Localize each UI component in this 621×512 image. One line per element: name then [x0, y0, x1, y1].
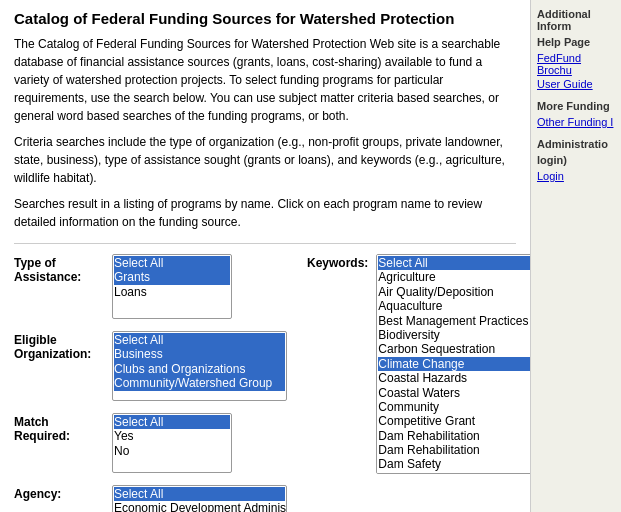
admin-title: Administratio	[537, 138, 615, 150]
user-guide-link[interactable]: User Guide	[537, 78, 615, 90]
option-clubs: Clubs and Organizations	[114, 362, 285, 376]
option-select-all-match: Select All	[114, 415, 230, 429]
sidebar-more-funding: More Funding Other Funding I	[537, 100, 615, 128]
left-form-column: Type of Assistance: Select All Grants Lo…	[14, 254, 287, 512]
help-page-title: Help Page	[537, 36, 615, 48]
option-eda: Economic Development Administration	[114, 501, 285, 512]
eligible-org-row: Eligible Organization: Select All Busine…	[14, 331, 287, 401]
type-of-assistance-select[interactable]: Select All Grants Loans	[112, 254, 232, 319]
fedfund-brochure-link[interactable]: FedFund Brochu	[537, 52, 615, 76]
sidebar-admin: Administratio login) Login	[537, 138, 615, 182]
keywords-column: Keywords: Select All Agriculture Air Qua…	[307, 254, 527, 512]
agency-row: Agency: Select All Economic Development …	[14, 485, 287, 512]
option-community: Community/Watershed Group	[114, 376, 285, 390]
intro-paragraph: The Catalog of Federal Funding Sources f…	[14, 35, 516, 125]
criteria-paragraph: Criteria searches include the type of or…	[14, 133, 516, 187]
sidebar: Additional Inform Help Page FedFund Broc…	[530, 0, 621, 512]
agency-field: Select All Economic Development Administ…	[112, 485, 287, 512]
agency-label: Agency:	[14, 485, 104, 501]
other-funding-link[interactable]: Other Funding I	[537, 116, 615, 128]
sidebar-additional-info: Additional Inform Help Page FedFund Broc…	[537, 8, 615, 90]
search-form: Type of Assistance: Select All Grants Lo…	[14, 254, 516, 512]
eligible-org-field: Select All Business Clubs and Organizati…	[112, 331, 287, 401]
type-of-assistance-row: Type of Assistance: Select All Grants Lo…	[14, 254, 287, 319]
option-select-all-org: Select All	[114, 333, 285, 347]
option-loans: Loans	[114, 285, 230, 299]
option-business: Business	[114, 347, 285, 361]
option-select-all-agency: Select All	[114, 487, 285, 501]
option-no: No	[114, 444, 230, 458]
keywords-row: Keywords: Select All Agriculture Air Qua…	[307, 254, 527, 474]
additional-info-title: Additional Inform	[537, 8, 615, 32]
divider	[14, 243, 516, 244]
eligible-org-select[interactable]: Select All Business Clubs and Organizati…	[112, 331, 287, 401]
option-select-all: Select All	[114, 256, 230, 270]
eligible-org-label: Eligible Organization:	[14, 331, 104, 361]
option-grants: Grants	[114, 270, 230, 284]
page-title: Catalog of Federal Funding Sources for W…	[14, 10, 516, 27]
keywords-label: Keywords:	[307, 254, 368, 270]
match-required-field: Select All Yes No	[112, 413, 287, 473]
login-link[interactable]: Login	[537, 170, 615, 182]
more-funding-title: More Funding	[537, 100, 615, 112]
type-of-assistance-label: Type of Assistance:	[14, 254, 104, 284]
agency-select[interactable]: Select All Economic Development Administ…	[112, 485, 287, 512]
match-required-select[interactable]: Select All Yes No	[112, 413, 232, 473]
match-required-label: Match Required:	[14, 413, 104, 443]
option-yes: Yes	[114, 429, 230, 443]
login-sub: login)	[537, 154, 615, 166]
type-of-assistance-field: Select All Grants Loans	[112, 254, 287, 319]
match-required-row: Match Required: Select All Yes No	[14, 413, 287, 473]
search-result-paragraph: Searches result in a listing of programs…	[14, 195, 516, 231]
